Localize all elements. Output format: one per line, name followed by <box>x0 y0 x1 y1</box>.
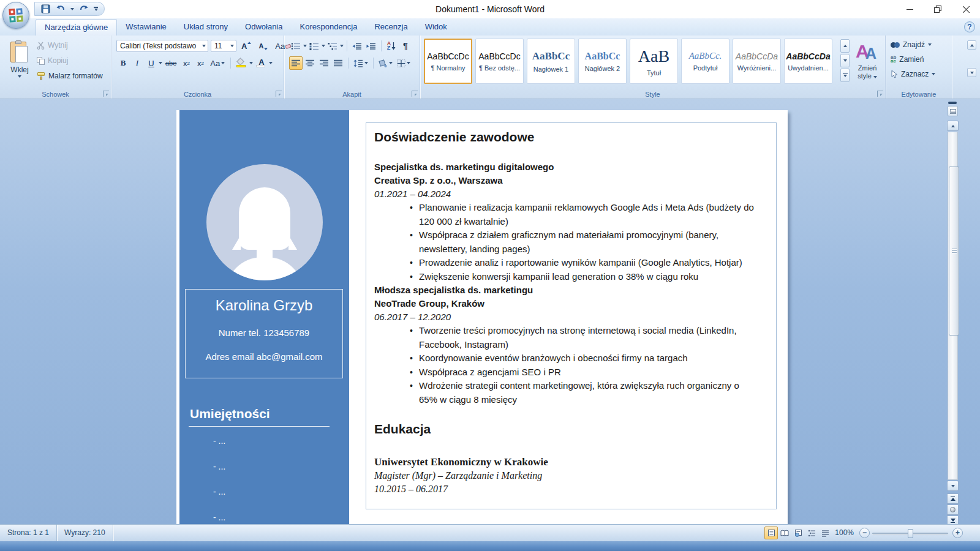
decrease-indent-button[interactable] <box>350 39 364 53</box>
increase-indent-button[interactable] <box>364 39 378 53</box>
tab-odwolania[interactable]: Odwołania <box>236 18 291 36</box>
shrink-font-button[interactable]: A <box>256 39 270 53</box>
paste-button[interactable]: Wklej <box>5 39 34 88</box>
underline-button[interactable]: U <box>145 56 158 70</box>
close-button[interactable] <box>952 0 980 18</box>
job-company[interactable]: NeoTrade Group, Kraków <box>374 297 766 310</box>
grow-font-button[interactable]: A <box>239 39 254 53</box>
split-handle[interactable] <box>948 102 957 104</box>
tab-widok[interactable]: Widok <box>417 18 456 36</box>
subscript-button[interactable]: x2 <box>179 56 193 70</box>
change-case-button[interactable]: Aa <box>208 56 227 70</box>
find-button[interactable]: Znajdź <box>891 40 935 50</box>
job-dates[interactable]: 01.2021 – 04.2024 <box>374 187 766 201</box>
bullet-item[interactable]: Koordynowanie eventów branżowych i obecn… <box>419 351 755 365</box>
scrollbar-track[interactable] <box>948 132 958 480</box>
underline-dropdown-icon[interactable] <box>159 62 162 64</box>
font-size-select[interactable]: 11 <box>211 40 236 52</box>
scrollbar-thumb[interactable] <box>949 167 959 335</box>
italic-button[interactable]: I <box>130 56 144 70</box>
tab-narzedzia-glowne[interactable]: Narzędzia główne <box>36 19 117 36</box>
education-dates[interactable]: 10.2015 – 06.2017 <box>374 482 766 496</box>
cv-phone[interactable]: Numer tel. 123456789 <box>186 328 342 338</box>
scroll-down-button[interactable] <box>947 481 959 491</box>
zoom-level[interactable]: 100% <box>835 528 854 537</box>
cv-sidebar[interactable]: Karolina Grzyb Numer tel. 123456789 Adre… <box>179 110 349 524</box>
numbering-dropdown-icon[interactable] <box>322 45 325 47</box>
skill-item[interactable]: - ... <box>213 512 225 522</box>
bullet-item[interactable]: Współpraca z agencjami SEO i PR <box>419 365 755 380</box>
bold-button[interactable]: B <box>116 56 130 70</box>
bullets-dropdown-icon[interactable] <box>303 45 307 47</box>
job-title[interactable]: Specjalistka ds. marketingu digitalowego <box>374 160 766 174</box>
strikethrough-button[interactable]: abe <box>163 56 179 70</box>
job-title[interactable]: Młodsza specjalistka ds. marketingu <box>374 283 766 297</box>
paragraph-dialog-launcher-icon[interactable] <box>412 91 418 97</box>
highlight-dropdown-icon[interactable] <box>249 62 253 64</box>
cut-button[interactable]: Wytnij <box>37 40 103 50</box>
cv-name[interactable]: Karolina Grzyb <box>186 297 342 314</box>
cv-email[interactable]: Adres email abc@gmail.com <box>186 351 342 362</box>
print-layout-view-button[interactable] <box>764 527 778 539</box>
skill-item[interactable]: - ... <box>213 436 225 446</box>
clipboard-dialog-launcher-icon[interactable] <box>103 91 109 97</box>
style-naglowek-2[interactable]: AaBbCc Nagłówek 2 <box>578 39 627 84</box>
tab-uklad-strony[interactable]: Układ strony <box>175 18 236 36</box>
page-count-status[interactable]: Strona: 1 z 1 <box>0 525 57 541</box>
zoom-slider-thumb[interactable] <box>908 529 913 538</box>
job-company[interactable]: Creativa Sp. z o.o., Warszawa <box>374 174 766 187</box>
style-tytul[interactable]: AaB Tytuł <box>630 39 678 84</box>
word-count-status[interactable]: Wyrazy: 210 <box>57 525 113 541</box>
font-dialog-launcher-icon[interactable] <box>276 91 282 97</box>
style-uwydatnienie[interactable]: AaBbCcDa Uwydatnien... <box>784 39 832 84</box>
bullet-item[interactable]: Zwiększenie konwersji kampanii lead gene… <box>419 270 755 284</box>
align-left-button[interactable] <box>289 56 303 70</box>
zoom-slider-track[interactable] <box>872 533 948 534</box>
justify-button[interactable] <box>331 56 345 70</box>
minimize-button[interactable] <box>895 0 924 18</box>
experience-heading[interactable]: Doświadczenie zawodowe <box>374 129 766 145</box>
contact-box[interactable]: Karolina Grzyb Numer tel. 123456789 Adre… <box>185 289 343 378</box>
tab-wstawianie[interactable]: Wstawianie <box>117 18 175 36</box>
tab-recenzja[interactable]: Recenzja <box>366 18 416 36</box>
select-button[interactable]: Zaznacz <box>891 69 935 79</box>
multilevel-list-button[interactable] <box>326 39 339 53</box>
bullet-item[interactable]: Wdrożenie strategii content marketingowe… <box>419 379 755 407</box>
style-bez-odstepow[interactable]: AaBbCcDc ¶ Bez odstę... <box>475 39 524 84</box>
borders-button[interactable] <box>395 56 412 70</box>
superscript-button[interactable]: x2 <box>194 56 207 70</box>
bullet-item[interactable]: Tworzenie treści promocyjnych na stronę … <box>419 324 755 351</box>
document-page[interactable]: Karolina Grzyb Numer tel. 123456789 Adre… <box>176 110 788 524</box>
ruler-toggle-button[interactable] <box>948 106 958 116</box>
styles-more-button[interactable] <box>840 69 850 82</box>
copy-button[interactable]: Kopiuj <box>37 56 103 66</box>
bullet-item[interactable]: Współpraca z działem graficznym nad mate… <box>419 228 755 256</box>
style-normalny[interactable]: AaBbCcDc ¶ Normalny <box>424 39 472 84</box>
font-color-dropdown-icon[interactable] <box>269 62 273 64</box>
scroll-up-button[interactable] <box>947 121 959 131</box>
replace-button[interactable]: abac Zamień <box>891 54 935 64</box>
previous-page-button[interactable] <box>947 493 959 504</box>
skill-item[interactable]: - ... <box>213 487 225 497</box>
education-school[interactable]: Uniwersytet Ekonomiczny w Krakowie <box>374 455 766 469</box>
browse-object-button[interactable] <box>947 504 959 515</box>
avatar[interactable] <box>206 164 323 280</box>
show-formatting-button[interactable]: ¶ <box>399 39 412 53</box>
fullscreen-reading-view-button[interactable] <box>778 527 791 539</box>
cv-main-textbox[interactable]: Doświadczenie zawodowe Specjalistka ds. … <box>366 122 777 509</box>
ribbon-scroll-up-button[interactable] <box>967 40 976 50</box>
office-button[interactable] <box>2 2 29 29</box>
bullet-item[interactable]: Planowanie i realizacja kampanii reklamo… <box>419 201 755 228</box>
font-name-select[interactable]: Calibri (Tekst podstawo <box>116 40 208 52</box>
style-wyroznienie[interactable]: AaBbCcDa Wyróżnieni... <box>733 39 781 84</box>
format-painter-button[interactable]: Malarz formatów <box>37 71 103 81</box>
skill-item[interactable]: - ... <box>213 462 225 471</box>
tab-korespondencja[interactable]: Korespondencja <box>292 18 366 36</box>
help-icon[interactable]: ? <box>964 21 975 32</box>
restore-button[interactable] <box>924 0 952 18</box>
job-dates[interactable]: 06.2017 – 12.2020 <box>374 310 766 324</box>
numbering-button[interactable] <box>307 39 321 53</box>
multilevel-dropdown-icon[interactable] <box>340 45 344 47</box>
align-center-button[interactable] <box>303 56 317 70</box>
zoom-in-button[interactable]: + <box>952 528 963 538</box>
